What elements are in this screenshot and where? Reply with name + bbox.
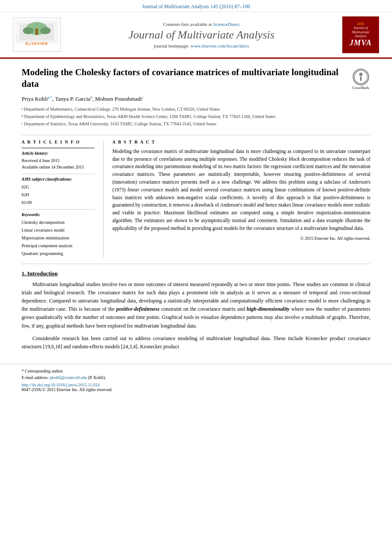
corresponding-note: * Corresponding author.: [22, 368, 370, 374]
email-label: E-mail address:: [22, 375, 50, 380]
banner-text: Journal of Multivariate Analysis 145 (20…: [142, 3, 250, 10]
jmva-name: Journal ofMultivariateAnalysis: [352, 26, 370, 38]
svg-point-8: [359, 73, 363, 76]
abstract-heading: A B S T R A C T: [112, 140, 370, 144]
page: Journal of Multivariate Analysis 145 (20…: [0, 0, 392, 535]
jmva-abbr: JMVA: [350, 38, 372, 48]
keyword-2: Majorization–minimization: [22, 234, 95, 242]
intro-heading: Introduction: [27, 270, 58, 277]
intro-num: 1.: [22, 270, 26, 277]
jmva-logo-box: 2016 Journal ofMultivariateAnalysis JMVA: [342, 16, 379, 53]
elsevier-logo-svg: ELSEVIER: [15, 20, 58, 48]
affiliation-b: b Department of Epidemiology and Biostat…: [22, 113, 370, 120]
svg-point-4: [23, 27, 33, 34]
svg-text:ELSEVIER: ELSEVIER: [25, 41, 48, 46]
ams-code-0: 62G: [22, 183, 95, 191]
history-label: Article history:: [22, 151, 95, 156]
ams-codes: 62G 62H 62-09: [22, 183, 95, 207]
svg-point-5: [40, 27, 51, 34]
article-info-col: A R T I C L E I N F O Article history: R…: [22, 140, 104, 258]
keyword-1: Linear covariance model: [22, 226, 95, 234]
jmva-logo: 2016 Journal ofMultivariateAnalysis JMVA: [342, 16, 379, 53]
svg-rect-9: [360, 76, 362, 81]
copyright-text: © 2015 Elsevier Inc. All rights reserved…: [112, 236, 370, 241]
authors-line: Priya Kohlia,*, Tanya P. Garciab, Mohsen…: [22, 95, 370, 102]
doi-link[interactable]: http://dx.doi.org/10.1016/j.jmva.2015.11…: [22, 382, 370, 387]
aff-sup-c: c: [22, 121, 23, 127]
aff-sup-b: b: [22, 113, 23, 120]
ams-code-1: 62H: [22, 191, 95, 199]
crossmark: CrossMark: [351, 69, 370, 90]
journal-title: Journal of Multivariate Analysis: [61, 29, 342, 41]
issn-text: 0047-259X/© 2015 Elsevier Inc. All right…: [22, 387, 370, 392]
info-divider3: [22, 209, 95, 210]
crossmark-label: CrossMark: [352, 86, 369, 90]
article-title-section: Modeling the Cholesky factors of covaria…: [0, 59, 392, 135]
ams-label: AMS subject classifications:: [22, 177, 95, 182]
journal-title-area: Contents lists available at ScienceDirec…: [61, 22, 342, 48]
info-divider2: [22, 174, 95, 174]
corresponding-label: * Corresponding author.: [22, 369, 64, 373]
intro-paragraph1: Multivariate longitudinal studies involv…: [22, 280, 370, 330]
article-title-row: Modeling the Cholesky factors of covaria…: [22, 67, 370, 90]
introduction-section: 1. Introduction Multivariate longitudina…: [0, 266, 392, 360]
svg-rect-3: [35, 29, 38, 35]
aff-text-c: Department of Statistics, Texas A&M Univ…: [24, 121, 217, 127]
received-text: Received 4 June 2015 Available online 14…: [22, 157, 95, 170]
affiliation-c: c Department of Statistics, Texas A&M Un…: [22, 121, 370, 127]
ams-code-2: 62-09: [22, 199, 95, 207]
intro-title: 1. Introduction: [22, 270, 370, 277]
abstract-col: A B S T R A C T Modeling the covariance …: [104, 140, 370, 258]
elsevier-logo: ELSEVIER: [13, 18, 61, 52]
crossmark-svg: [354, 70, 368, 84]
email-link[interactable]: pkohli@conncoll.edu: [50, 375, 87, 380]
bottom-info: http://dx.doi.org/10.1016/j.jmva.2015.11…: [0, 381, 392, 394]
keyword-3: Principal component analysis: [22, 242, 95, 250]
homepage-prefix: journal homepage:: [154, 43, 191, 48]
available-date: Available online 14 December 2015: [22, 164, 95, 170]
info-divider: [22, 148, 95, 148]
article-title-text: Modeling the Cholesky factors of covaria…: [22, 67, 351, 90]
sciencedirect-link[interactable]: ScienceDirect: [213, 22, 240, 27]
email-note: E-mail address: pkohli@conncoll.edu (P. …: [22, 374, 370, 381]
intro-paragraph2: Considerable research has been carried o…: [22, 334, 370, 351]
email-suffix: (P. Kohli).: [87, 375, 106, 380]
aff-text-a: Department of Mathematics, Connecticut C…: [24, 106, 220, 112]
journal-header: ELSEVIER Contents lists available at Sci…: [0, 12, 392, 59]
article-info-heading: A R T I C L E I N F O: [22, 140, 95, 144]
crossmark-icon: [353, 69, 369, 85]
journal-homepage: journal homepage: www.elsevier.com/locat…: [61, 43, 342, 48]
keywords-label: Keywords:: [22, 212, 95, 217]
jmva-year: 2016: [357, 22, 364, 26]
abstract-text: Modeling the covariance matrix of multiv…: [112, 148, 370, 232]
affiliation-a: a Department of Mathematics, Connecticut…: [22, 106, 370, 112]
section-divider2: [22, 264, 370, 264]
homepage-url[interactable]: www.elsevier.com/locate/jmva: [191, 43, 249, 48]
journal-banner: Journal of Multivariate Analysis 145 (20…: [0, 0, 392, 12]
aff-sup-a: a: [22, 106, 23, 112]
received-date: Received 4 June 2015: [22, 157, 95, 164]
authors-text: Priya Kohlia,*, Tanya P. Garciab, Mohsen…: [22, 96, 143, 102]
keyword-0: Cholesky decomposition: [22, 219, 95, 226]
footer-section: * Corresponding author. E-mail address: …: [0, 364, 392, 381]
contents-prefix: Contents lists available at: [163, 22, 213, 27]
affiliations: a Department of Mathematics, Connecticut…: [22, 106, 370, 127]
keyword-4: Quadratic programming: [22, 250, 95, 258]
two-col-section: A R T I C L E I N F O Article history: R…: [0, 135, 392, 262]
contents-line: Contents lists available at ScienceDirec…: [61, 22, 342, 27]
aff-text-b: Department of Epidemiology and Biostatis…: [24, 113, 275, 120]
